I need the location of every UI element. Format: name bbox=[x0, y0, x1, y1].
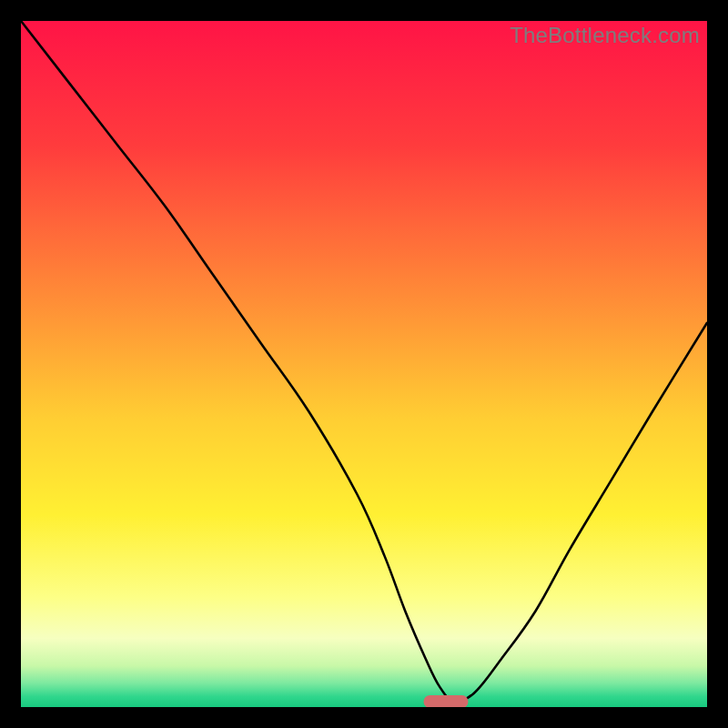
plot-area: TheBottleneck.com bbox=[21, 21, 707, 707]
optimal-marker bbox=[424, 695, 469, 707]
bottleneck-curve bbox=[21, 21, 707, 707]
chart-frame: TheBottleneck.com bbox=[0, 0, 728, 728]
watermark-text: TheBottleneck.com bbox=[510, 23, 700, 48]
